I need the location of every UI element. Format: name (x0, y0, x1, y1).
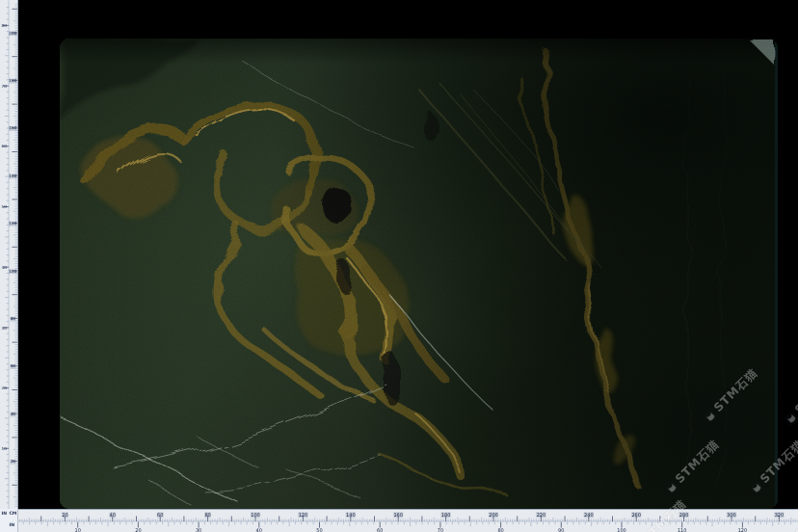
ruler-label: 50 (316, 527, 322, 532)
slab-photo-canvas (60, 39, 778, 509)
ruler-label: 100 (251, 512, 260, 518)
ruler-unit-corner: IN CM IN (0, 509, 18, 532)
ruler-label: 60 (11, 363, 16, 368)
cat-logo-icon (783, 411, 798, 427)
ruler-label: 20 (11, 459, 16, 464)
ruler-label: 20 (135, 527, 141, 532)
ruler-label: 50 (2, 204, 8, 209)
horizontal-ruler: 2040608010012014016018020022024026028030… (0, 509, 798, 532)
ruler-label: 10 (2, 446, 8, 451)
ruler-label: 20 (62, 512, 67, 518)
ruler-label: 10 (75, 527, 81, 532)
ruler-label: 40 (110, 512, 116, 518)
ruler-label: 70 (2, 84, 8, 89)
ruler-label: 40 (2, 265, 8, 270)
watermark-text: STM石猫 (791, 367, 798, 418)
ruler-label: 300 (727, 512, 736, 518)
ruler-label: 160 (393, 512, 403, 518)
ruler-label: 40 (11, 412, 16, 416)
ruler-label: 30 (2, 326, 8, 331)
ruler-label: 90 (558, 527, 564, 532)
ruler-label: 200 (489, 512, 498, 518)
ruler-label: 220 (537, 512, 546, 518)
ruler-label: 60 (2, 144, 8, 148)
vertical-ruler-in-header: IN (2, 512, 8, 517)
ruler-label: 80 (11, 316, 16, 321)
ruler-label: 180 (9, 78, 16, 83)
ruler-label: 160 (9, 125, 16, 130)
ruler-label: 240 (584, 512, 594, 518)
ruler-label: 140 (9, 173, 16, 178)
ruler-label: 60 (157, 512, 163, 518)
ruler-label: 120 (738, 527, 748, 532)
ruler-label: 100 (9, 269, 16, 274)
watermark: STM石猫 (782, 367, 798, 428)
ruler-label: 180 (441, 512, 451, 518)
ruler-label: 40 (256, 527, 262, 532)
ruler-label: 140 (346, 512, 356, 518)
stone-slab-image[interactable] (60, 39, 778, 509)
slab-viewer-stage: 2040608010012014016018020010203040506070… (0, 0, 798, 532)
ruler-label: 120 (9, 221, 16, 226)
ruler-label: 280 (679, 512, 689, 518)
ruler-label: 70 (438, 527, 443, 532)
ruler-label: 30 (196, 527, 201, 532)
ruler-label: 80 (497, 527, 503, 532)
ruler-label: 110 (678, 527, 687, 532)
ruler-label: 260 (631, 512, 641, 518)
ruler-label: 80 (2, 23, 8, 28)
ruler-label: 120 (299, 512, 308, 518)
ruler-label: 200 (9, 31, 16, 36)
ruler-label: 320 (775, 512, 785, 518)
ruler-label: 60 (377, 527, 383, 532)
vertical-ruler: 2040608010012014016018020010203040506070… (0, 0, 18, 509)
ruler-label: 80 (204, 512, 210, 518)
ruler-label: 100 (617, 527, 626, 532)
ruler-label: 20 (2, 386, 8, 390)
vertical-ruler-cm-header: CM (10, 512, 17, 517)
horizontal-ruler-in-header: IN (10, 523, 15, 528)
